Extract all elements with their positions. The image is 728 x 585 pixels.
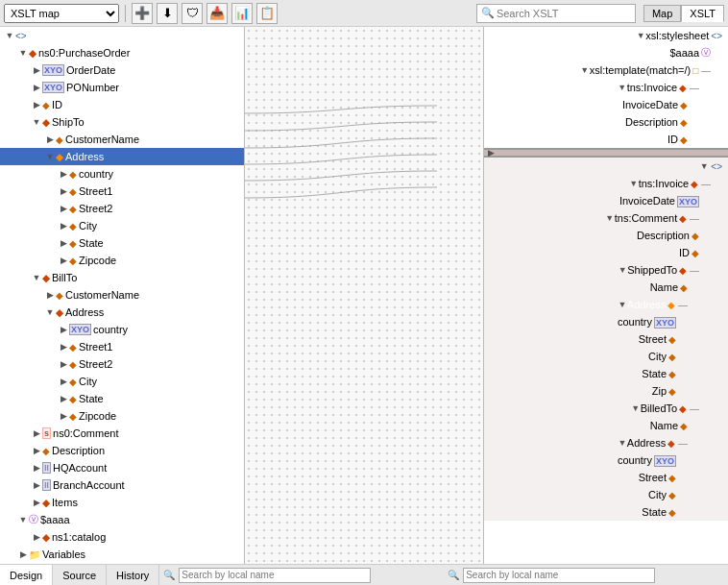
right-search-input[interactable]: [466, 570, 639, 580]
right-tree-node-xsl-template[interactable]: ▼xsl:template(match=/)□ —: [484, 61, 728, 79]
right-tree-node-state2-r[interactable]: State◆: [484, 503, 728, 521]
right-tree-node-country2-r[interactable]: countryXYO: [484, 451, 728, 469]
expand-btn[interactable]: ▼: [17, 514, 29, 525]
left-tree-node-customername[interactable]: ▶◆CustomerName: [0, 131, 244, 148]
expand-btn[interactable]: ▼: [44, 306, 56, 318]
expand-btn-right[interactable]: ▼: [618, 83, 627, 92]
right-tree-node-address-r[interactable]: ▼Address◆ —: [484, 296, 728, 313]
right-tree-node-street2-r[interactable]: Street◆: [484, 469, 728, 486]
expand-btn[interactable]: ▶: [58, 410, 69, 422]
left-tree-node-street2a[interactable]: ▶◆Street2: [0, 200, 244, 217]
expand-btn[interactable]: ▶: [31, 64, 42, 76]
right-tree-node-tns-invoice[interactable]: ▼tns:Invoice◆ —: [484, 79, 728, 96]
right-tree-node-name-r[interactable]: Name◆: [484, 279, 728, 296]
right-tree-node-invoicedate-r[interactable]: InvoiceDate◆: [484, 96, 728, 113]
right-tree-node-tns-invoice2[interactable]: ▼tns:Invoice◆ —: [484, 175, 728, 192]
expand-btn[interactable]: ▶: [31, 479, 42, 491]
left-tree-node-stateb[interactable]: ▶◆State: [0, 390, 244, 407]
left-tree-node-shipto[interactable]: ▼◆ShipTo: [0, 113, 244, 131]
left-tree-node-citya[interactable]: ▶◆City: [0, 217, 244, 234]
search-input[interactable]: [497, 8, 631, 19]
right-tree-node-billedto[interactable]: ▼BilledTo◆ —: [484, 400, 728, 417]
left-tree-node-address2[interactable]: ▼◆Address: [0, 304, 244, 321]
left-tree-node-po[interactable]: ▼◆ns0:PurchaseOrder: [0, 44, 244, 61]
expand-btn[interactable]: ▶: [58, 358, 69, 370]
right-tree-node-xsl-stylesheet[interactable]: ▼xsl:stylesheet<>: [484, 27, 728, 44]
expand-btn[interactable]: ▶: [58, 203, 69, 214]
right-tree-node-state-r[interactable]: State◆: [484, 365, 728, 382]
expand-btn-right[interactable]: ▼: [636, 31, 645, 40]
expand-btn-right[interactable]: ▼: [629, 179, 639, 188]
expand-btn[interactable]: ▶: [31, 462, 42, 474]
left-tree-node-comment[interactable]: ▶sns0:Comment: [0, 425, 244, 442]
expand-btn-right[interactable]: ▼: [618, 438, 627, 448]
expand-btn[interactable]: ▶: [58, 237, 69, 249]
expand-btn[interactable]: ▶: [31, 531, 42, 543]
left-tree-node-description[interactable]: ▶◆Description: [0, 442, 244, 459]
expand-btn[interactable]: ▶: [58, 376, 69, 387]
right-tree-node-target[interactable]: ▼<>: [484, 158, 728, 175]
chart-button[interactable]: 📊: [231, 3, 253, 24]
shield-button[interactable]: 🛡: [182, 3, 203, 24]
expand-btn[interactable]: ▶: [44, 134, 56, 145]
left-tree-node-street2b[interactable]: ▶◆Street2: [0, 355, 244, 373]
right-tree-node-country-r[interactable]: countryXYO: [484, 313, 728, 330]
map-title-select[interactable]: XSLT map: [4, 4, 119, 23]
expand-btn[interactable]: ▶: [58, 255, 69, 266]
expand-btn-right[interactable]: ▼: [580, 65, 590, 75]
expand-btn[interactable]: ▶: [58, 324, 69, 335]
right-tree-node-id2[interactable]: ID◆: [484, 244, 728, 261]
right-tree-node-saaaa-r[interactable]: $aaaaⓥ: [484, 44, 728, 61]
left-tree-node-ponumber[interactable]: ▶XYOPONumber: [0, 79, 244, 96]
right-tree-node-shippedto[interactable]: ▼ShippedTo◆ —: [484, 261, 728, 279]
left-tree-node-orderdate[interactable]: ▶XYOOrderDate: [0, 61, 244, 79]
left-search-input[interactable]: [182, 570, 354, 580]
right-tree-node-zip-r[interactable]: Zip◆: [484, 382, 728, 400]
import-button[interactable]: 📥: [206, 3, 228, 24]
right-tree-node-description-r[interactable]: Description◆: [484, 113, 728, 131]
left-tree-node-saaaa[interactable]: ▼ⓥ$aaaa: [0, 511, 244, 528]
expand-btn[interactable]: ▼: [4, 30, 15, 41]
clipboard-button[interactable]: 📋: [256, 3, 278, 24]
expand-btn-right[interactable]: ▼: [618, 265, 627, 275]
tab-xslt[interactable]: XSLT: [681, 5, 724, 22]
expand-btn[interactable]: ▶: [58, 220, 69, 232]
expand-btn[interactable]: ▼: [31, 272, 42, 283]
left-tree-node-items[interactable]: ▶◆Items: [0, 494, 244, 511]
left-tree-node-street1a[interactable]: ▶◆Street1: [0, 183, 244, 200]
expand-btn[interactable]: ▶: [31, 99, 42, 110]
expand-btn[interactable]: ▶: [58, 185, 69, 197]
left-tree-node-address[interactable]: ▼◆Address: [0, 148, 244, 165]
left-tree-node-id[interactable]: ▶◆ID: [0, 96, 244, 113]
left-tree-node-country2[interactable]: ▶XYOcountry: [0, 321, 244, 338]
expand-btn[interactable]: ▶: [58, 393, 69, 404]
tab-map[interactable]: Map: [643, 5, 681, 22]
download-button[interactable]: ⬇: [157, 3, 178, 24]
expand-btn[interactable]: ▶: [17, 548, 29, 560]
right-tree-node-city-r[interactable]: City◆: [484, 348, 728, 365]
left-tree-node-sources[interactable]: ▼<>: [0, 27, 244, 44]
add-button[interactable]: ➕: [132, 3, 153, 24]
expand-btn[interactable]: ▼: [31, 116, 42, 128]
right-tree-node-name2-r[interactable]: Name◆: [484, 417, 728, 434]
mapping-canvas[interactable]: [245, 27, 483, 564]
left-tree-node-zipcodeb[interactable]: ▶◆Zipcode: [0, 407, 244, 425]
right-tree-node-description2[interactable]: Description◆: [484, 227, 728, 244]
left-tree-node-customername2[interactable]: ▶◆CustomerName: [0, 286, 244, 304]
right-tree-node-city2-r[interactable]: City◆: [484, 486, 728, 503]
left-tree-node-street1b[interactable]: ▶◆Street1: [0, 338, 244, 355]
left-tree-node-hqaccount[interactable]: ▶IIHQAccount: [0, 459, 244, 476]
left-tree-node-nscatalog[interactable]: ▶◆ns1:catalog: [0, 528, 244, 546]
left-tree[interactable]: ▼<>▼◆ns0:PurchaseOrder▶XYOOrderDate▶XYOP…: [0, 27, 244, 564]
expand-btn-right[interactable]: ▼: [605, 213, 615, 223]
right-tree-node-street-r[interactable]: Street◆: [484, 330, 728, 348]
right-tree-node-address2-r[interactable]: ▼Address◆ —: [484, 434, 728, 451]
tab-history[interactable]: History: [107, 565, 159, 585]
expand-btn[interactable]: ▶: [44, 289, 56, 301]
left-tree-node-zipcodea[interactable]: ▶◆Zipcode: [0, 252, 244, 269]
expand-btn[interactable]: ▶: [58, 341, 69, 353]
left-tree-node-billto[interactable]: ▼◆BillTo: [0, 269, 244, 286]
expand-btn[interactable]: ▼: [44, 151, 56, 162]
right-tree-node-invoicedate2[interactable]: InvoiceDateXYO: [484, 192, 728, 209]
tab-source[interactable]: Source: [53, 565, 107, 585]
